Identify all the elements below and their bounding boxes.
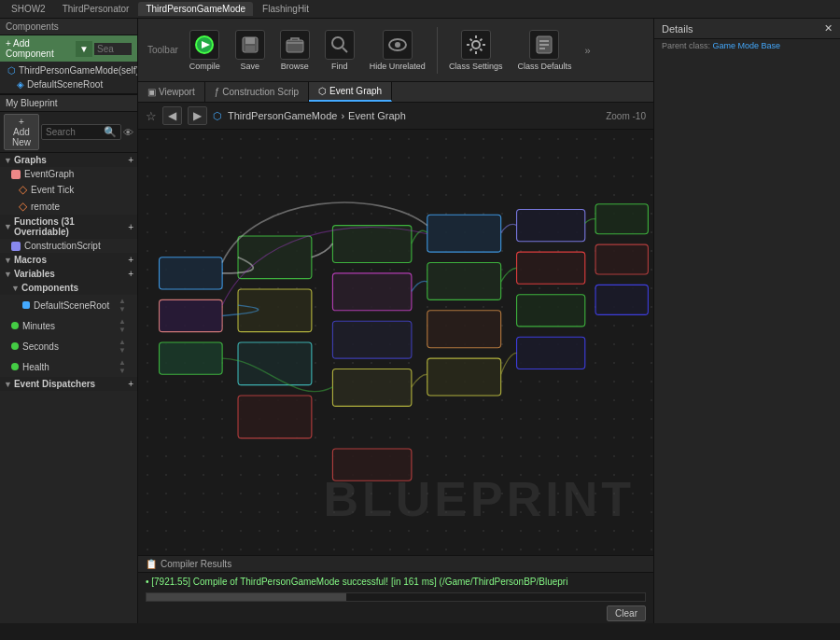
class-settings-button[interactable]: Class Settings — [443, 26, 509, 75]
compiler-scrollbar[interactable] — [146, 592, 646, 602]
section-macros-add[interactable]: + — [128, 255, 133, 265]
add-component-button[interactable]: + Add Component ▼ — [0, 35, 137, 62]
search-icon: 🔍 — [104, 126, 117, 138]
find-label: Find — [331, 62, 348, 71]
section-functions-add[interactable]: + — [128, 222, 133, 232]
svg-rect-21 — [238, 396, 312, 438]
svg-rect-17 — [160, 342, 223, 374]
item-defaultsceneroot-var[interactable]: DefaultSceneRoot ▲ ▼ — [0, 295, 137, 315]
app-tab-bar: SHOW2 ThirdPersonator ThirdPersonGameMod… — [0, 0, 840, 19]
visibility-toggle[interactable]: 👁 — [123, 127, 133, 138]
details-header: Details ✕ — [654, 19, 840, 39]
chevron-icon: ▼ — [4, 156, 12, 165]
breadcrumb: ThirdPersonGameMode › Event Graph — [228, 110, 406, 121]
class-defaults-button[interactable]: Class Defaults — [511, 26, 577, 75]
details-label: Details — [662, 23, 693, 35]
tree-item-defaultsceneroot[interactable]: ◈ DefaultSceneRoot — [0, 77, 137, 91]
item-remote-label: remote — [31, 202, 60, 212]
section-variables-header[interactable]: ▼ Variables + — [0, 267, 137, 281]
tab-third-personator[interactable]: ThirdPersonator — [55, 2, 137, 16]
scroll-down: ▼ — [119, 346, 126, 355]
section-graphs-header[interactable]: ▼ Graphs + — [0, 153, 137, 167]
section-dispatchers: ▼ Event Dispatchers + — [0, 377, 137, 391]
add-new-button[interactable]: + Add New — [4, 114, 39, 150]
remote-icon: ◇ — [19, 200, 27, 213]
svg-rect-28 — [427, 263, 501, 300]
add-component-dropdown[interactable]: ▼ — [76, 41, 92, 57]
svg-rect-16 — [160, 299, 223, 331]
breadcrumb-icon: ⬡ — [213, 110, 222, 122]
item-minutes-label: Minutes — [22, 321, 55, 331]
section-functions-header[interactable]: ▼ Functions (31 Overridable) + — [0, 215, 137, 239]
float-icon — [11, 363, 19, 370]
item-remote[interactable]: ◇ remote — [0, 198, 137, 215]
graph-header: ☆ ◀ ▶ ⬡ ThirdPersonGameMode › Event Grap… — [138, 103, 653, 130]
component-tree: ⬡ ThirdPersonGameMode(self) ◈ DefaultSce… — [0, 62, 137, 94]
toolbar-separator — [437, 27, 438, 74]
scroll-up: ▲ — [119, 317, 126, 326]
find-button[interactable]: Find — [319, 26, 360, 75]
tab-flashing-hit[interactable]: FlashingHit — [255, 2, 316, 16]
compile-button[interactable]: Compile — [184, 26, 226, 75]
breadcrumb-root[interactable]: ThirdPersonGameMode — [228, 110, 337, 121]
svg-rect-15 — [160, 257, 223, 289]
breadcrumb-sep: › — [341, 110, 344, 121]
main-layout: Components + Add Component ▼ ⬡ ThirdPers… — [0, 19, 840, 623]
event-graph-icon: ⬡ — [318, 86, 327, 96]
components-section-header: Components — [0, 19, 137, 35]
svg-rect-18 — [238, 236, 312, 279]
hide-unrelated-button[interactable]: Hide Unrelated — [364, 26, 431, 75]
scroll-indicator: ▲ ▼ — [119, 338, 126, 355]
tree-item-self[interactable]: ⬡ ThirdPersonGameMode(self) — [0, 63, 137, 77]
variables-components-header[interactable]: ▼ Components — [0, 281, 137, 295]
scrollbar-thumb[interactable] — [147, 593, 346, 601]
tab-show2[interactable]: SHOW2 — [4, 2, 53, 16]
scroll-up: ▲ — [119, 338, 126, 346]
item-minutes[interactable]: Minutes ▲ ▼ — [0, 315, 137, 336]
svg-rect-29 — [427, 311, 501, 348]
bp-search-input[interactable] — [46, 127, 102, 137]
favorite-button[interactable]: ☆ — [146, 109, 157, 123]
clear-button[interactable]: Clear — [607, 605, 646, 621]
scroll-indicator: ▲ ▼ — [119, 317, 126, 334]
section-dispatchers-add[interactable]: + — [128, 379, 133, 389]
svg-rect-3 — [245, 37, 255, 44]
tab-construction[interactable]: ƒ Construction Scrip — [205, 82, 309, 102]
section-macros-header[interactable]: ▼ Macros + — [0, 253, 137, 267]
tab-viewport[interactable]: ▣ Viewport — [138, 82, 205, 102]
item-event-tick[interactable]: ◇ Event Tick — [0, 181, 137, 198]
section-dispatchers-header[interactable]: ▼ Event Dispatchers + — [0, 377, 137, 391]
item-seconds[interactable]: Seconds ▲ ▼ — [0, 336, 137, 356]
scroll-indicator: ▲ ▼ — [119, 358, 126, 375]
chevron-icon: ▼ — [4, 380, 12, 389]
compiler-message-text: [7921.55] Compile of ThirdPersonGameMode… — [151, 577, 567, 587]
left-panel: Components + Add Component ▼ ⬡ ThirdPers… — [0, 19, 138, 623]
tab-event-graph[interactable]: ⬡ Event Graph — [309, 82, 392, 102]
my-blueprint-header[interactable]: My Blueprint — [0, 94, 137, 112]
forward-button[interactable]: ▶ — [188, 106, 207, 125]
toolbar-expand-button[interactable]: » — [581, 41, 594, 60]
tab-show2-label: SHOW2 — [11, 4, 46, 14]
item-construction-script[interactable]: ConstructionScript — [0, 239, 137, 253]
chevron-icon: ▼ — [4, 222, 12, 231]
section-variables-add[interactable]: + — [128, 269, 133, 279]
compiler-panel: 📋 Compiler Results • [7921.55] Compile o… — [138, 555, 653, 623]
details-close-button[interactable]: ✕ — [824, 22, 833, 35]
back-button[interactable]: ◀ — [162, 106, 182, 125]
details-panel: Details ✕ Parent class: Game Mode Base — [653, 19, 840, 623]
item-health[interactable]: Health ▲ ▼ — [0, 356, 137, 377]
section-graphs-add[interactable]: + — [128, 155, 133, 165]
parent-class-value[interactable]: Game Mode Base — [713, 41, 781, 50]
save-button[interactable]: Save — [230, 26, 271, 75]
class-settings-label: Class Settings — [449, 62, 503, 71]
scene-var-icon — [22, 301, 30, 309]
section-graphs: ▼ Graphs + EventGraph ◇ Event Tick ◇ rem… — [0, 153, 137, 215]
item-eventgraph[interactable]: EventGraph — [0, 167, 137, 181]
browse-button[interactable]: Browse — [274, 26, 315, 75]
svg-rect-34 — [517, 337, 585, 369]
node-group-center-right — [427, 215, 501, 396]
graph-canvas[interactable]: BLUEPRINT — [138, 130, 653, 555]
search-component-input[interactable] — [94, 43, 132, 55]
svg-rect-31 — [517, 210, 585, 242]
tab-third-person-game-mode[interactable]: ThirdPersonGameMode — [138, 2, 253, 16]
